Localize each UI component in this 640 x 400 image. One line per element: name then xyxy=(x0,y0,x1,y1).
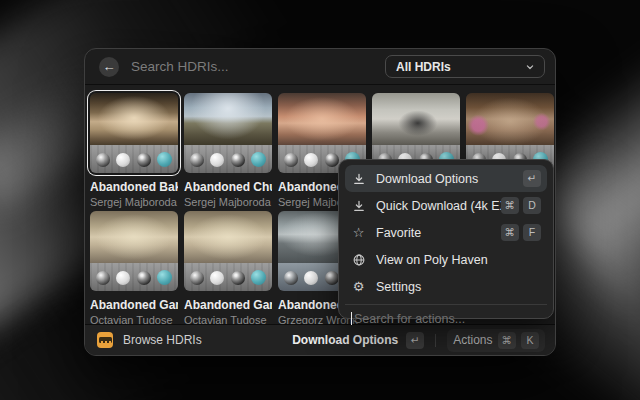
glass-sphere xyxy=(284,153,298,167)
hdri-card[interactable]: Abandoned Church Sergej Majboroda xyxy=(184,93,272,209)
command-key-badge: ⌘ xyxy=(498,332,517,349)
primary-action-button[interactable]: Download Options xyxy=(292,333,398,347)
letter-key-badge: D xyxy=(523,197,541,214)
filter-selected-value: All HDRIs xyxy=(396,60,524,74)
gear-icon: ⚙ xyxy=(351,279,366,294)
glass-sphere xyxy=(284,271,298,285)
footer-divider xyxy=(435,334,436,347)
poly-haven-hdris-logo-icon xyxy=(97,332,113,348)
pano-image xyxy=(466,93,554,145)
menu-item-label: Download Options xyxy=(376,172,523,186)
menu-item-favorite[interactable]: ☆ Favorite ⌘ F xyxy=(345,219,547,246)
chevron-down-icon xyxy=(524,61,536,73)
hdri-filter-dropdown[interactable]: All HDRIs xyxy=(385,55,545,78)
hdri-thumbnail[interactable] xyxy=(184,211,272,291)
back-button[interactable]: ← xyxy=(99,57,119,77)
command-name: Browse HDRIs xyxy=(123,333,292,347)
diffuse-sphere xyxy=(210,153,224,167)
menu-item-settings[interactable]: ⚙ Settings xyxy=(345,273,547,300)
rough-sphere xyxy=(157,270,172,285)
hdri-card[interactable]: Abandoned Games R... Octavian Tudose xyxy=(90,211,178,324)
menu-item-label: Favorite xyxy=(376,226,501,240)
menu-item-download-options[interactable]: Download Options ↵ xyxy=(345,165,547,192)
actions-search-placeholder: Search for actions... xyxy=(354,312,465,326)
chrome-sphere xyxy=(325,153,339,167)
pano-image xyxy=(90,211,178,263)
rough-sphere xyxy=(251,152,266,167)
actions-menu: Download Options ↵ Quick Download (4k EX… xyxy=(338,159,554,319)
glass-sphere xyxy=(96,271,110,285)
menu-item-label: View on Poly Haven xyxy=(376,253,541,267)
command-key-badge: ⌘ xyxy=(501,224,520,241)
rough-sphere xyxy=(251,270,266,285)
hdri-thumbnail[interactable] xyxy=(90,211,178,291)
hdri-title: Abandoned Church xyxy=(184,180,272,194)
diffuse-sphere xyxy=(116,153,130,167)
download-icon xyxy=(351,171,366,186)
actions-search-field[interactable]: Search for actions... xyxy=(345,305,547,332)
pano-image xyxy=(184,93,272,145)
pano-image xyxy=(90,93,178,145)
hdri-author: Sergej Majboroda xyxy=(184,196,272,209)
menu-item-label: Quick Download (4k EXR) xyxy=(376,199,501,213)
menu-item-label: Settings xyxy=(376,280,541,294)
glass-sphere xyxy=(190,271,204,285)
letter-key-badge: K xyxy=(521,332,539,349)
pano-image xyxy=(184,211,272,263)
chrome-sphere xyxy=(325,271,339,285)
hdri-title: Abandoned Games R... xyxy=(184,298,272,312)
diffuse-sphere xyxy=(304,271,318,285)
diffuse-sphere xyxy=(116,271,130,285)
glass-sphere xyxy=(190,153,204,167)
hdri-thumbnail[interactable] xyxy=(90,93,178,173)
hdri-thumbnail[interactable] xyxy=(184,93,272,173)
return-key-badge: ↵ xyxy=(523,170,541,187)
letter-key-badge: F xyxy=(523,224,541,241)
command-key-badge: ⌘ xyxy=(501,197,520,214)
pano-image xyxy=(372,93,460,145)
chrome-sphere xyxy=(137,271,151,285)
text-cursor xyxy=(351,312,352,325)
download-icon xyxy=(351,198,366,213)
globe-icon xyxy=(351,252,366,267)
hdri-title: Abandoned Games R... xyxy=(90,298,178,312)
return-key-badge: ↵ xyxy=(406,332,424,349)
hdri-title: Abandoned Bakery xyxy=(90,180,178,194)
hdri-author: Octavian Tudose xyxy=(90,314,178,324)
launcher-window: ← Search HDRIs... All HDRIs xyxy=(84,48,556,356)
pano-image xyxy=(278,93,366,145)
chrome-sphere xyxy=(231,271,245,285)
menu-item-view-on-poly-haven[interactable]: View on Poly Haven xyxy=(345,246,547,273)
glass-sphere xyxy=(96,153,110,167)
hdri-author: Octavian Tudose xyxy=(184,314,272,324)
search-bar: ← Search HDRIs... All HDRIs xyxy=(85,49,555,85)
hdri-card[interactable]: Abandoned Games R... Octavian Tudose xyxy=(184,211,272,324)
star-icon: ☆ xyxy=(351,225,366,240)
chrome-sphere xyxy=(231,153,245,167)
diffuse-sphere xyxy=(304,153,318,167)
back-arrow-icon: ← xyxy=(103,59,116,74)
hdri-author: Sergej Majboroda xyxy=(90,196,178,209)
chrome-sphere xyxy=(137,153,151,167)
diffuse-sphere xyxy=(210,271,224,285)
menu-item-quick-download[interactable]: Quick Download (4k EXR) ⌘ D xyxy=(345,192,547,219)
hdri-card[interactable]: Abandoned Bakery Sergej Majboroda xyxy=(90,93,178,209)
search-input[interactable]: Search HDRIs... xyxy=(131,59,385,74)
actions-button-label: Actions xyxy=(453,333,492,347)
rough-sphere xyxy=(157,152,172,167)
